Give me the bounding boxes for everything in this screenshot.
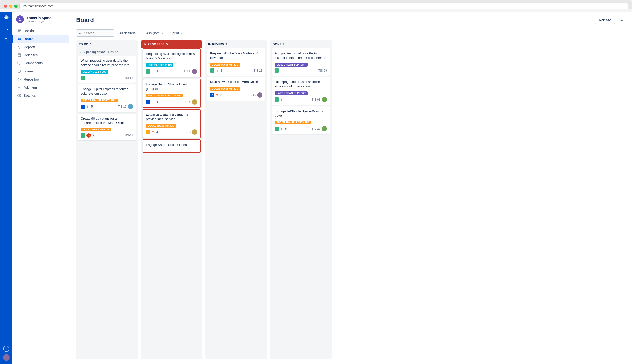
sidebar-item-components[interactable]: Components xyxy=(12,59,69,67)
svg-rect-7 xyxy=(18,30,21,31)
sidebar-item-add-item[interactable]: Add item xyxy=(12,84,69,92)
minimize-button[interactable] xyxy=(9,4,12,8)
card-footer: ↑ ⬆ 3 TIS-8 xyxy=(146,69,197,74)
card-title: Requesting available flights is now taki… xyxy=(146,52,197,61)
card-tis-68[interactable]: Homepage footer uses an inline style - s… xyxy=(272,77,330,105)
svg-point-5 xyxy=(20,18,20,19)
components-label: Components xyxy=(24,61,42,65)
svg-rect-10 xyxy=(20,38,21,39)
chevron-down-icon: ▼ xyxy=(79,51,81,54)
card-label: SEESPACEEZ PLUS xyxy=(146,64,174,67)
svg-rect-9 xyxy=(18,38,19,39)
svg-rect-12 xyxy=(20,39,21,40)
sprint-label: Sprint xyxy=(170,31,179,35)
story-icon: ↑ xyxy=(81,76,85,80)
card-label: LOCAL MARS OFFICE xyxy=(210,87,240,90)
card-tis-8[interactable]: Requesting available flights is now taki… xyxy=(142,48,200,78)
card-avatar xyxy=(192,99,197,104)
card-avatar xyxy=(192,130,197,135)
search-nav-icon[interactable] xyxy=(2,24,10,32)
card-avatar xyxy=(322,97,327,102)
card-saturn-partial[interactable]: Engage Saturn Shuttle Lines xyxy=(142,140,200,152)
reports-icon xyxy=(17,45,22,49)
quick-filters-button[interactable]: Quick filters xyxy=(116,30,142,36)
jira-logo[interactable] xyxy=(2,14,10,22)
browser-titlebar: jira.teamsinspace.com xyxy=(4,3,628,9)
card-tis-15-b[interactable]: Establish a catering vendor to provide m… xyxy=(142,109,200,138)
story-icon: ↑ xyxy=(275,127,279,131)
card-tis-56[interactable]: Add pointer to main css file to instruct… xyxy=(272,48,330,76)
search-input[interactable] xyxy=(76,30,114,36)
card-tis-11[interactable]: Register with the Mars Ministry of Reven… xyxy=(207,48,265,76)
sidebar-item-repository[interactable]: Repository xyxy=(12,75,69,84)
address-bar[interactable]: jira.teamsinspace.com xyxy=(20,3,628,9)
create-nav-icon[interactable] xyxy=(2,34,10,43)
help-icon[interactable]: ? xyxy=(3,346,9,352)
group-name: Super important xyxy=(83,50,105,54)
project-name: Teams in Space xyxy=(26,16,52,20)
card-footer: ✓ ⬆ 4 TIS-15 xyxy=(146,99,197,104)
priority-icon: ⬆ xyxy=(216,69,218,72)
group-count: 11 issues xyxy=(106,50,118,54)
column-header-inreview: IN REVIEW 2 xyxy=(205,40,267,48)
sidebar-item-releases[interactable]: Releases xyxy=(12,51,69,59)
settings-icon xyxy=(17,94,22,98)
svg-line-1 xyxy=(7,29,8,30)
card-id: TIS-11 xyxy=(254,69,262,72)
card-title: Engage JetShuttle SpaceWays for travel xyxy=(275,109,327,118)
card-footer: ↑ ⬆ TIS-68 xyxy=(275,97,327,102)
assignee-filter-button[interactable]: Assignee xyxy=(144,30,166,36)
maximize-button[interactable] xyxy=(14,4,18,8)
priority-icon: ⬆ xyxy=(216,93,218,97)
add-item-label: Add item xyxy=(24,86,37,89)
task-icon: ✓ xyxy=(210,93,214,97)
release-button[interactable]: Release xyxy=(595,17,615,24)
done-count: 8 xyxy=(283,43,285,46)
card-avatar xyxy=(322,126,327,132)
card-footer: ↑ ⊘ 9 TIS-12 xyxy=(81,133,133,138)
todo-title: TO DO xyxy=(79,43,88,46)
column-header-done: DONE 8 xyxy=(270,40,332,48)
card-footer: ↑ TIS-37 xyxy=(81,76,133,80)
story-icon: ↑ xyxy=(275,98,279,102)
sidebar-item-issues[interactable]: Issues xyxy=(12,67,69,75)
sidebar-item-reports[interactable]: Reports xyxy=(12,43,69,51)
todo-count: 5 xyxy=(90,43,92,46)
card-label: SEESPACEEZ PLUS xyxy=(81,70,108,74)
project-icon xyxy=(16,16,24,23)
backlog-icon xyxy=(17,29,22,33)
releases-icon xyxy=(17,53,22,57)
inreview-cards: Register with the Mars Ministry of Reven… xyxy=(205,48,267,359)
more-options-button[interactable]: ··· xyxy=(618,16,625,24)
sprint-filter-button[interactable]: Sprint xyxy=(168,30,185,36)
user-avatar[interactable] xyxy=(3,354,10,361)
inprogress-count: 5 xyxy=(166,43,168,46)
story-icon: ↑ xyxy=(81,133,85,138)
card-label: SPACE TRAVEL PARTNERS xyxy=(146,94,183,98)
search-wrapper xyxy=(76,30,114,36)
story-icon: ↑ xyxy=(275,68,279,73)
card-tis-23[interactable]: Engage JetShuttle SpaceWays for travel S… xyxy=(272,106,330,134)
svg-rect-11 xyxy=(18,39,19,40)
card-tis-25[interactable]: Engage Jupiter Express for outer solar s… xyxy=(78,84,136,112)
global-nav: ? xyxy=(0,12,12,364)
repository-icon xyxy=(17,77,22,82)
card-count: 4 xyxy=(156,100,158,104)
assignee-label: Assignee xyxy=(146,31,160,35)
card-tis-15-review[interactable]: Draft network plan for Mars Office LOCAL… xyxy=(207,77,265,100)
global-nav-bottom: ? xyxy=(3,346,10,361)
project-info: Teams in Space Software project xyxy=(26,16,52,22)
sidebar-item-board[interactable]: Board xyxy=(12,35,69,43)
sidebar-item-backlog[interactable]: Backlog xyxy=(12,27,69,35)
card-tis-37[interactable]: When requesting user details the service… xyxy=(78,56,136,83)
sidebar-item-settings[interactable]: Settings xyxy=(12,92,69,100)
close-button[interactable] xyxy=(4,4,7,8)
card-avatar xyxy=(128,104,133,109)
issues-label: Issues xyxy=(24,70,33,73)
group-header-super-important[interactable]: ▼ Super important 11 issues xyxy=(76,48,138,56)
card-tis-15-a[interactable]: Engage Saturn Shuttle Lines for group to… xyxy=(142,79,200,108)
card-count: 4 xyxy=(156,130,158,134)
card-tis-12[interactable]: Create 90 day plans for all departments … xyxy=(78,114,136,141)
card-title: Engage Saturn Shuttle Lines xyxy=(146,143,197,147)
column-inprogress: IN PROGRESS 5 Requesting available fligh… xyxy=(141,40,202,359)
